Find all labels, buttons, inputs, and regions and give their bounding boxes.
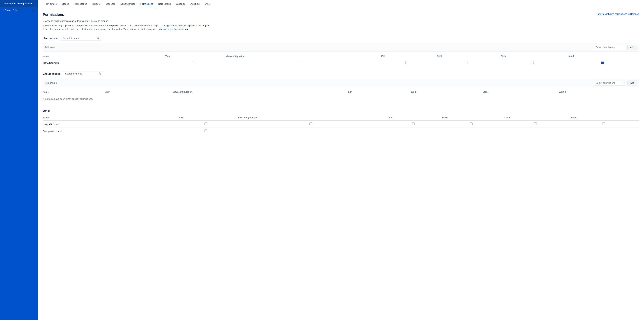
sidebar-item-stages-jobs[interactable]: › Stages & jobs 1 bbox=[0, 7, 38, 13]
col-edit: Edit bbox=[379, 54, 434, 59]
user-clone-0[interactable] bbox=[498, 59, 566, 66]
group-permissions-select[interactable]: Select permissions bbox=[594, 80, 626, 85]
checkbox-other-admin-0[interactable] bbox=[602, 122, 605, 125]
manage-project-link[interactable]: Manage project permissions. bbox=[158, 28, 188, 30]
main-content: Plan details Stages Repositories Trigger… bbox=[38, 0, 644, 320]
page-content: Permissions How to configure permissions… bbox=[38, 8, 644, 320]
other-admin-0[interactable] bbox=[568, 120, 639, 128]
checkbox-other-clone-0[interactable] bbox=[534, 122, 537, 125]
other-view-1[interactable] bbox=[176, 128, 236, 135]
tab-branches[interactable]: Branches bbox=[103, 0, 118, 8]
group-permissions-select-wrapper: Select permissions bbox=[594, 80, 626, 85]
add-groups-button[interactable]: Add bbox=[628, 80, 637, 85]
top-nav: Plan details Stages Repositories Trigger… bbox=[38, 0, 644, 8]
tab-triggers[interactable]: Triggers bbox=[90, 0, 103, 8]
group-col-view-config: View configuration bbox=[171, 89, 346, 95]
tab-other[interactable]: Other bbox=[202, 0, 213, 8]
other-build-0[interactable] bbox=[440, 120, 502, 128]
tab-stages[interactable]: Stages bbox=[59, 0, 71, 8]
user-build-0[interactable] bbox=[434, 59, 498, 66]
checkbox-user-build-0[interactable] bbox=[465, 61, 468, 64]
checkbox-other-view_config-0[interactable] bbox=[310, 122, 312, 125]
manage-plans-link[interactable]: Manage permissions to all plans in the p… bbox=[162, 24, 210, 27]
group-access-header: Group access 🔍 bbox=[43, 71, 639, 76]
other-col-name: Name bbox=[43, 115, 176, 120]
other-name-0: Logged in users bbox=[43, 120, 176, 128]
checkbox-other-view-0[interactable] bbox=[204, 122, 207, 125]
other-clone-0[interactable] bbox=[502, 120, 568, 128]
add-groups-input[interactable] bbox=[45, 82, 592, 84]
other-clone-1 bbox=[502, 128, 568, 135]
groups-empty-message: No groups have been given explicit permi… bbox=[43, 95, 639, 103]
other-row-1: Anonymous users bbox=[43, 128, 639, 135]
add-users-row: Select permissions Add bbox=[43, 43, 639, 52]
user-access-section: User access 🔍 Select permissions Add bbox=[43, 36, 639, 66]
add-users-input[interactable] bbox=[45, 46, 592, 49]
user-view-0[interactable] bbox=[163, 59, 224, 66]
col-admin: Admin bbox=[566, 54, 639, 59]
other-view_config-1 bbox=[236, 128, 386, 135]
checkbox-user-view_config-0[interactable] bbox=[300, 61, 303, 64]
checkbox-other-build-0[interactable] bbox=[470, 122, 472, 125]
groups-table: Name View View configuration Edit Build … bbox=[43, 89, 639, 103]
other-col-edit: Edit bbox=[386, 115, 440, 120]
other-col-clone: Clone bbox=[502, 115, 568, 120]
other-row-0: Logged in users bbox=[43, 120, 639, 128]
tab-repositories[interactable]: Repositories bbox=[72, 0, 90, 8]
user-view_config-0[interactable] bbox=[224, 59, 379, 66]
info-text-1: Some users or groups might have permissi… bbox=[45, 24, 159, 27]
user-admin-0[interactable] bbox=[566, 59, 639, 66]
sidebar-title: Default plan configuration bbox=[0, 0, 38, 7]
checkbox-other-view-1[interactable] bbox=[204, 129, 207, 132]
group-col-name: Name bbox=[43, 89, 102, 95]
info-icon-2: ℹ bbox=[43, 28, 44, 31]
checkbox-user-view-0[interactable] bbox=[192, 61, 195, 64]
user-search-input[interactable] bbox=[63, 37, 96, 39]
col-view-config: View configuration bbox=[224, 54, 379, 59]
user-search-box[interactable]: 🔍 bbox=[61, 36, 101, 41]
how-to-link[interactable]: How to configure permissions in Bamboo bbox=[596, 13, 639, 15]
add-users-button[interactable]: Add bbox=[628, 45, 637, 50]
other-admin-1 bbox=[568, 128, 639, 135]
other-name-1: Anonymous users bbox=[43, 128, 176, 135]
page-description: Grant and revoke permissions to this pla… bbox=[43, 20, 639, 22]
page-header-row: Permissions How to configure permissions… bbox=[43, 13, 639, 17]
tab-dependencies[interactable]: Dependencies bbox=[118, 0, 138, 8]
group-search-box[interactable]: 🔍 bbox=[63, 71, 103, 76]
groups-empty-row: No groups have been given explicit permi… bbox=[43, 95, 639, 103]
other-edit-0[interactable] bbox=[386, 120, 440, 128]
tab-notifications[interactable]: Notifications bbox=[156, 0, 174, 8]
group-col-view: View bbox=[102, 89, 171, 95]
user-access-header: User access 🔍 bbox=[43, 36, 639, 41]
checkbox-other-edit-0[interactable] bbox=[412, 122, 414, 125]
group-access-title: Group access bbox=[43, 72, 60, 75]
user-access-title: User access bbox=[43, 37, 58, 40]
other-col-admin: Admin bbox=[568, 115, 639, 120]
tab-audit-log[interactable]: Audit log bbox=[188, 0, 202, 8]
col-view: View bbox=[163, 54, 224, 59]
checkbox-user-clone-0[interactable] bbox=[531, 61, 534, 64]
user-permissions-select[interactable]: Select permissions bbox=[594, 45, 626, 50]
group-search-input[interactable] bbox=[65, 72, 98, 75]
info-icon-1: ℹ bbox=[43, 24, 44, 27]
user-name-0: Maria Sobińska bbox=[43, 59, 163, 66]
other-edit-1 bbox=[386, 128, 440, 135]
other-view-0[interactable] bbox=[176, 120, 236, 128]
tab-plan-details[interactable]: Plan details bbox=[42, 0, 59, 8]
user-edit-0[interactable] bbox=[379, 59, 434, 66]
info-row-1: ℹ Some users or groups might have permis… bbox=[43, 24, 639, 27]
sidebar-item-label: › Stages & jobs bbox=[3, 9, 20, 12]
tab-variables[interactable]: Variables bbox=[174, 0, 188, 8]
checkbox-user-edit-0[interactable] bbox=[406, 61, 408, 64]
stages-badge: 1 bbox=[31, 9, 35, 12]
other-title: Other bbox=[43, 109, 639, 112]
other-view_config-0[interactable] bbox=[236, 120, 386, 128]
other-build-1 bbox=[440, 128, 502, 135]
checkbox-user-admin-0[interactable] bbox=[601, 62, 604, 64]
group-col-edit: Edit bbox=[346, 89, 408, 95]
user-permissions-select-wrapper: Select permissions bbox=[594, 45, 626, 50]
tab-permissions[interactable]: Permissions bbox=[138, 0, 156, 8]
chevron-right-icon: › bbox=[3, 9, 4, 12]
group-col-build: Build bbox=[408, 89, 480, 95]
col-name: Name bbox=[43, 54, 163, 59]
